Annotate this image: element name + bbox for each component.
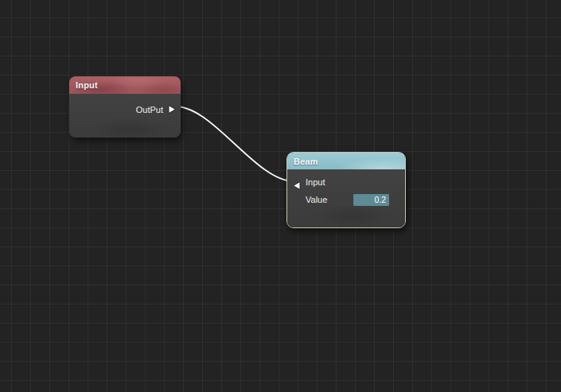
node-input[interactable]: Input OutPut	[69, 76, 181, 138]
node-input-body: OutPut	[69, 94, 181, 138]
output-port-icon[interactable]	[167, 104, 177, 114]
node-beam-title: Beam	[294, 157, 318, 166]
value-row: Value 0.2	[287, 191, 405, 208]
node-beam-header[interactable]: Beam	[287, 153, 405, 169]
output-port-label: OutPut	[136, 105, 163, 114]
node-editor-canvas[interactable]: Input OutPut Beam Inp	[0, 0, 561, 392]
output-port-row: OutPut	[69, 101, 181, 118]
node-input-title: Input	[76, 80, 98, 90]
value-input[interactable]: 0.2	[353, 194, 389, 206]
input-port-icon[interactable]	[292, 180, 302, 191]
value-label: Value	[306, 195, 327, 204]
connection-wire[interactable]	[176, 107, 294, 181]
connection-layer	[0, 0, 561, 392]
input-port-row: Input	[287, 173, 405, 191]
node-beam-body: Input Value 0.2	[287, 169, 405, 227]
node-beam[interactable]: Beam Input Value 0.2	[286, 152, 406, 228]
input-port-label: Input	[306, 177, 325, 187]
node-input-header[interactable]: Input	[69, 76, 181, 94]
